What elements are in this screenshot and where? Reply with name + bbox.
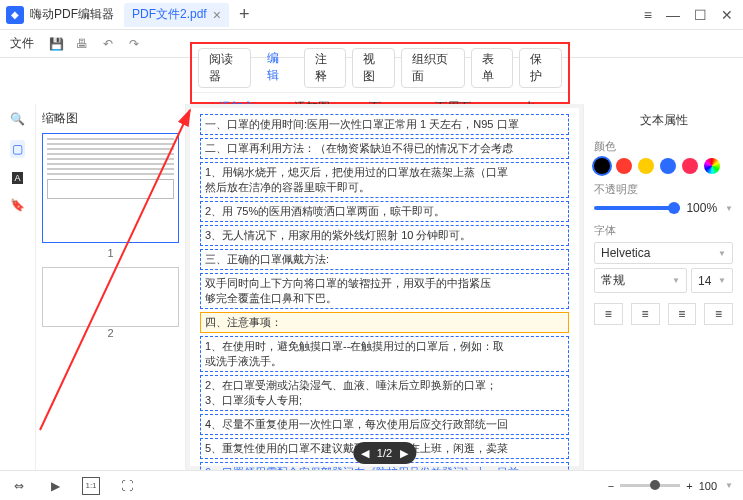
- align-right-button[interactable]: ≡: [668, 303, 697, 325]
- text-block[interactable]: 一、口罩的使用时间:医用一次性口罩正常用 1 天左右，N95 口罩: [200, 114, 569, 135]
- opacity-value: 100%: [686, 201, 717, 215]
- tab-edit[interactable]: 编辑: [257, 48, 298, 88]
- font-family-select[interactable]: Helvetica▼: [594, 242, 733, 264]
- text-block[interactable]: 三、正确的口罩佩戴方法:: [200, 249, 569, 270]
- thumb-1-label: 1: [42, 247, 179, 259]
- opacity-slider[interactable]: [594, 206, 680, 210]
- annotation-highlight-box: 阅读器 编辑 注释 视图 组织页面 表单 保护 ✎添加文本 ▢添加图片 ▤页码▼…: [190, 42, 570, 104]
- chevron-down-icon: ▼: [718, 249, 726, 258]
- tab-reader[interactable]: 阅读器: [198, 48, 251, 88]
- color-swatch-pink[interactable]: [682, 158, 698, 174]
- font-size-select[interactable]: 14▼: [691, 268, 733, 293]
- fit-page-icon[interactable]: ⛶: [118, 477, 136, 495]
- text-block[interactable]: 3、无人情况下，用家用的紫外线灯照射 10 分钟即可。: [200, 225, 569, 246]
- thumbnail-header: 缩略图: [42, 110, 179, 127]
- document-page[interactable]: 一、口罩的使用时间:医用一次性口罩正常用 1 天左右，N95 口罩 二、口罩再利…: [190, 108, 579, 466]
- add-tab-button[interactable]: +: [239, 4, 250, 25]
- tab-forms[interactable]: 表单: [471, 48, 514, 88]
- bookmark-icon[interactable]: 🔖: [10, 198, 25, 212]
- menu-icon[interactable]: ≡: [644, 7, 652, 23]
- text-block[interactable]: 1、用锅水烧开，熄灭后，把使用过的口罩放在蒸架上蒸（口罩然后放在洁净的容器里晾干…: [200, 162, 569, 198]
- prev-page-icon[interactable]: ◀: [361, 447, 369, 460]
- font-label: 字体: [594, 223, 733, 238]
- tab-label: PDF文件2.pdf: [132, 6, 207, 23]
- page-navigator[interactable]: ◀ 1/2 ▶: [353, 442, 416, 464]
- fit-width-icon[interactable]: ⇔: [10, 477, 28, 495]
- text-block[interactable]: 1、在使用时，避免触摸口罩--在触摸用过的口罩后，例如：取或洗手液洗手。: [200, 336, 569, 372]
- play-icon[interactable]: ▶: [46, 477, 64, 495]
- color-swatch-red[interactable]: [616, 158, 632, 174]
- color-swatch-yellow[interactable]: [638, 158, 654, 174]
- close-tab-icon[interactable]: ×: [213, 7, 221, 23]
- zoom-slider[interactable]: [620, 484, 680, 487]
- search-icon[interactable]: 🔍: [10, 112, 25, 126]
- align-center-button[interactable]: ≡: [631, 303, 660, 325]
- page-indicator: 1/2: [377, 447, 392, 459]
- next-page-icon[interactable]: ▶: [400, 447, 408, 460]
- tab-view[interactable]: 视图: [352, 48, 395, 88]
- chevron-down-icon[interactable]: ▼: [725, 204, 733, 213]
- text-block[interactable]: 双手同时向上下方向将口罩的皱褶拉开，用双手的中指紧压够完全覆盖住口鼻和下巴。: [200, 273, 569, 309]
- thumbnail-page-1[interactable]: [42, 133, 179, 243]
- text-block[interactable]: 2、在口罩受潮或沾染湿气、血液、唾沫后立即换新的口罩；3、口罩须专人专用;: [200, 375, 569, 411]
- align-justify-button[interactable]: ≡: [704, 303, 733, 325]
- text-block-selected[interactable]: 四、注意事项：: [200, 312, 569, 333]
- redo-icon[interactable]: ↷: [124, 34, 144, 54]
- chevron-down-icon: ▼: [672, 276, 680, 285]
- minimize-icon[interactable]: —: [666, 7, 680, 23]
- color-label: 颜色: [594, 139, 733, 154]
- tab-organize[interactable]: 组织页面: [401, 48, 464, 88]
- close-window-icon[interactable]: ✕: [721, 7, 733, 23]
- actual-size-icon[interactable]: 1:1: [82, 477, 100, 495]
- color-swatch-blue[interactable]: [660, 158, 676, 174]
- text-block[interactable]: 4、尽量不重复使用一次性口罩，每次使用后应交行政部统一回: [200, 414, 569, 435]
- save-icon[interactable]: 💾: [46, 34, 66, 54]
- zoom-in-icon[interactable]: +: [686, 480, 692, 492]
- chevron-down-icon[interactable]: ▼: [725, 481, 733, 490]
- chevron-down-icon: ▼: [718, 276, 726, 285]
- align-left-button[interactable]: ≡: [594, 303, 623, 325]
- thumbnail-page-2[interactable]: [42, 267, 179, 327]
- text-block[interactable]: 2、用 75%的医用酒精喷洒口罩两面，晾干即可。: [200, 201, 569, 222]
- text-block[interactable]: 二、口罩再利用方法：（在物资紧缺迫不得已的情况下才会考虑: [200, 138, 569, 159]
- document-tab[interactable]: PDF文件2.pdf ×: [124, 3, 229, 27]
- color-picker-icon[interactable]: [704, 158, 720, 174]
- print-icon[interactable]: 🖶: [72, 34, 92, 54]
- maximize-icon[interactable]: ☐: [694, 7, 707, 23]
- file-menu[interactable]: 文件: [10, 35, 34, 52]
- app-title: 嗨动PDF编辑器: [30, 6, 114, 23]
- thumb-2-label: 2: [42, 327, 179, 339]
- zoom-out-icon[interactable]: −: [608, 480, 614, 492]
- thumbnail-panel-icon[interactable]: ▢: [10, 140, 25, 158]
- properties-title: 文本属性: [594, 112, 733, 129]
- opacity-label: 不透明度: [594, 182, 733, 197]
- tab-protect[interactable]: 保护: [519, 48, 562, 88]
- app-icon: ◆: [6, 6, 24, 24]
- tab-annotate[interactable]: 注释: [304, 48, 347, 88]
- color-swatch-black[interactable]: [594, 158, 610, 174]
- zoom-value: 100: [699, 480, 717, 492]
- text-panel-icon[interactable]: A: [12, 172, 22, 184]
- font-style-select[interactable]: 常规▼: [594, 268, 687, 293]
- undo-icon[interactable]: ↶: [98, 34, 118, 54]
